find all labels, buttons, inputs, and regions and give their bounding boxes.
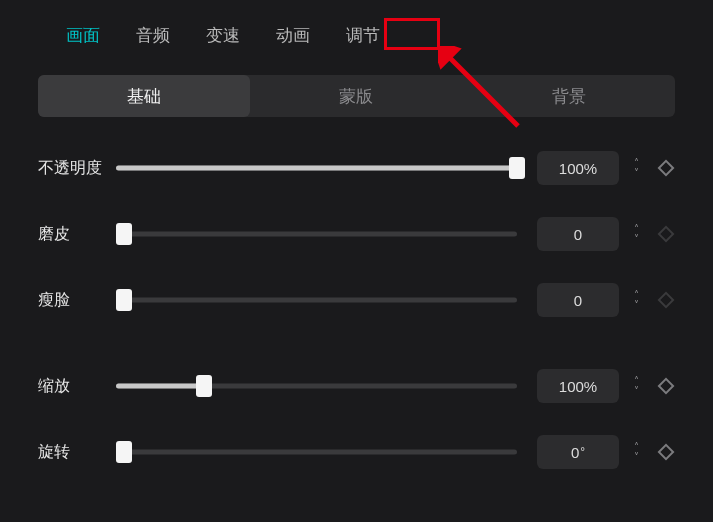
subtab-mask[interactable]: 蒙版 [250, 75, 462, 117]
properties-panel: 不透明度 100% ˄˅ 磨皮 0 ˄˅ 瘦脸 [0, 151, 713, 469]
row-face: 瘦脸 0 ˄˅ [38, 283, 675, 317]
keyframe-scale[interactable] [657, 377, 675, 395]
sub-tab-bar: 基础 蒙版 背景 [38, 75, 675, 117]
chevron-down-icon[interactable]: ˅ [625, 387, 647, 395]
chevron-up-icon[interactable]: ˄ [625, 443, 647, 451]
chevron-up-icon[interactable]: ˄ [625, 377, 647, 385]
value-smooth[interactable]: 0 [537, 217, 619, 251]
keyframe-face[interactable] [657, 291, 675, 309]
value-scale[interactable]: 100% [537, 369, 619, 403]
slider-smooth[interactable] [116, 226, 517, 242]
label-opacity: 不透明度 [38, 158, 116, 179]
row-opacity: 不透明度 100% ˄˅ [38, 151, 675, 185]
label-rotate: 旋转 [38, 442, 116, 463]
chevron-up-icon[interactable]: ˄ [625, 159, 647, 167]
tab-adjust[interactable]: 调节 [346, 24, 380, 47]
label-scale: 缩放 [38, 376, 116, 397]
chevron-up-icon[interactable]: ˄ [625, 225, 647, 233]
stepper-scale[interactable]: ˄˅ [625, 369, 647, 403]
chevron-down-icon[interactable]: ˅ [625, 453, 647, 461]
chevron-up-icon[interactable]: ˄ [625, 291, 647, 299]
keyframe-smooth[interactable] [657, 225, 675, 243]
value-opacity[interactable]: 100% [537, 151, 619, 185]
row-smooth: 磨皮 0 ˄˅ [38, 217, 675, 251]
tab-animation[interactable]: 动画 [276, 24, 310, 47]
tab-speed[interactable]: 变速 [206, 24, 240, 47]
stepper-smooth[interactable]: ˄˅ [625, 217, 647, 251]
slider-scale[interactable] [116, 378, 517, 394]
tab-audio[interactable]: 音频 [136, 24, 170, 47]
chevron-down-icon[interactable]: ˅ [625, 301, 647, 309]
subtab-basic[interactable]: 基础 [38, 75, 250, 117]
label-face: 瘦脸 [38, 290, 116, 311]
tab-picture[interactable]: 画面 [66, 24, 100, 47]
top-tab-bar: 画面 音频 变速 动画 调节 [0, 0, 713, 69]
slider-face[interactable] [116, 292, 517, 308]
value-rotate[interactable]: 0° [537, 435, 619, 469]
slider-rotate[interactable] [116, 444, 517, 460]
stepper-opacity[interactable]: ˄˅ [625, 151, 647, 185]
value-face[interactable]: 0 [537, 283, 619, 317]
subtab-background[interactable]: 背景 [463, 75, 675, 117]
stepper-rotate[interactable]: ˄˅ [625, 435, 647, 469]
keyframe-opacity[interactable] [657, 159, 675, 177]
chevron-down-icon[interactable]: ˅ [625, 235, 647, 243]
stepper-face[interactable]: ˄˅ [625, 283, 647, 317]
label-smooth: 磨皮 [38, 224, 116, 245]
row-scale: 缩放 100% ˄˅ [38, 369, 675, 403]
slider-opacity[interactable] [116, 160, 517, 176]
keyframe-rotate[interactable] [657, 443, 675, 461]
row-rotate: 旋转 0° ˄˅ [38, 435, 675, 469]
chevron-down-icon[interactable]: ˅ [625, 169, 647, 177]
